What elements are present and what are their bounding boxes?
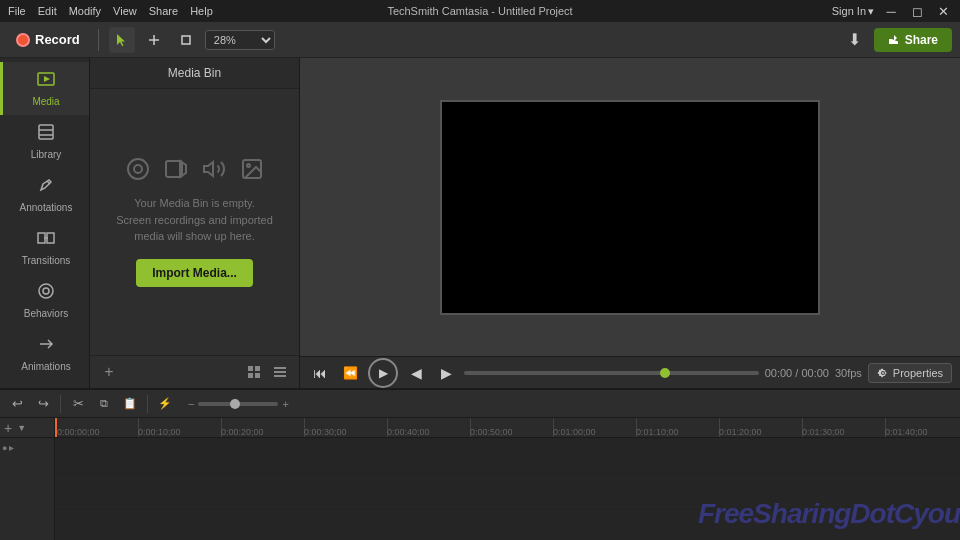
sidebar-label-transitions: Transitions	[22, 255, 71, 266]
svg-point-12	[39, 284, 53, 298]
ruler-tick-9: 0:01:30;00	[802, 427, 845, 437]
undo-button[interactable]: ↩	[6, 393, 28, 415]
properties-button[interactable]: Properties	[868, 363, 952, 383]
sidebar-item-media[interactable]: Media	[0, 62, 89, 115]
split-button[interactable]: ⚡	[154, 393, 176, 415]
minimize-button[interactable]: ─	[882, 2, 900, 20]
select-tool-button[interactable]	[109, 27, 135, 53]
svg-rect-4	[39, 125, 53, 139]
sidebar-item-transitions[interactable]: Transitions	[0, 221, 89, 274]
menu-modify[interactable]: Modify	[69, 5, 101, 17]
svg-marker-3	[44, 76, 50, 82]
watermark: FreeSharingDotCyou	[698, 498, 960, 530]
menu-file[interactable]: File	[8, 5, 26, 17]
behaviors-icon	[37, 282, 55, 304]
zoom-out-icon[interactable]: −	[188, 398, 194, 410]
paste-button[interactable]: 📋	[119, 393, 141, 415]
gear-icon	[877, 367, 889, 379]
svg-rect-25	[274, 371, 286, 373]
svg-rect-23	[255, 373, 260, 378]
main-toolbar: Record 28% 50% 100% ⬇ Share	[0, 22, 960, 58]
add-track-icon[interactable]: +	[4, 420, 12, 436]
main-content: Media Library Annotations Transitions Be…	[0, 58, 960, 388]
tl-divider-2	[147, 395, 148, 413]
lock-icon[interactable]: ▸	[9, 442, 14, 453]
media-type-icons	[126, 157, 264, 181]
menu-edit[interactable]: Edit	[38, 5, 57, 17]
sidebar: Media Library Annotations Transitions Be…	[0, 58, 90, 388]
grid-view-button[interactable]	[243, 361, 265, 383]
canvas-area	[300, 58, 960, 356]
svg-point-19	[247, 164, 250, 167]
step-back-button[interactable]: ⏪	[338, 361, 362, 385]
sidebar-label-behaviors: Behaviors	[24, 308, 68, 319]
menu-view[interactable]: View	[113, 5, 137, 17]
sidebar-item-library[interactable]: Library	[0, 115, 89, 168]
view-toggle-group	[243, 361, 291, 383]
zoom-dropdown[interactable]: 28% 50% 100%	[205, 30, 275, 50]
copy-button[interactable]: ⧉	[93, 393, 115, 415]
sidebar-label-media: Media	[32, 96, 59, 107]
sign-in-button[interactable]: Sign In ▾	[832, 5, 874, 18]
library-icon	[37, 123, 55, 145]
prev-frame-button[interactable]: ◀	[404, 361, 428, 385]
time-display: 00:00 / 00:00	[765, 367, 829, 379]
ruler-tick-8: 0:01:20;00	[719, 427, 762, 437]
svg-rect-21	[255, 366, 260, 371]
svg-point-14	[134, 165, 142, 173]
close-button[interactable]: ✕	[934, 2, 952, 20]
share-button[interactable]: Share	[874, 28, 952, 52]
ruler-tick-10: 0:01:40;00	[885, 427, 928, 437]
zoom-slider[interactable]	[198, 402, 278, 406]
media-panel-footer: +	[90, 355, 299, 388]
annotations-icon	[37, 176, 55, 198]
media-bin-content: Your Media Bin is empty. Screen recordin…	[90, 89, 299, 355]
track-labels: + ▼ ● ▸ Track 1	[0, 418, 55, 540]
preview-area: ⏮ ⏪ ▶ ◀ ▶ 00:00 / 00:00 30fps Properties	[300, 58, 960, 388]
svg-marker-0	[117, 34, 125, 46]
track-header: + ▼	[0, 418, 54, 438]
media-bin-header: Media Bin	[90, 58, 299, 89]
svg-rect-1	[182, 36, 190, 44]
ruler-tick-3: 0:00:30;00	[304, 427, 347, 437]
tl-divider-1	[60, 395, 61, 413]
media-icon	[37, 70, 55, 92]
list-view-button[interactable]	[269, 361, 291, 383]
sidebar-label-annotations: Annotations	[20, 202, 73, 213]
add-media-button[interactable]: +	[98, 361, 120, 383]
skip-back-button[interactable]: ⏮	[308, 361, 332, 385]
restore-button[interactable]: ◻	[908, 2, 926, 20]
preview-canvas	[440, 100, 820, 315]
toolbar-divider	[98, 29, 99, 51]
menu-help[interactable]: Help	[190, 5, 213, 17]
svg-rect-22	[248, 373, 253, 378]
video-file-icon	[164, 157, 188, 181]
svg-rect-9	[47, 233, 54, 243]
cut-button[interactable]: ✂	[67, 393, 89, 415]
svg-rect-26	[274, 375, 286, 377]
svg-marker-17	[204, 162, 213, 176]
title-bar: File Edit Modify View Share Help TechSmi…	[0, 0, 960, 22]
sidebar-item-behaviors[interactable]: Behaviors	[0, 274, 89, 327]
record-button[interactable]: Record	[8, 32, 88, 47]
screen-recording-icon	[126, 157, 150, 181]
sidebar-item-annotations[interactable]: Annotations	[0, 168, 89, 221]
menu-bar: File Edit Modify View Share Help	[8, 5, 213, 17]
record-dot-icon	[16, 33, 30, 47]
play-pause-button[interactable]: ▶	[368, 358, 398, 388]
next-frame-button[interactable]: ▶	[434, 361, 458, 385]
redo-button[interactable]: ↪	[32, 393, 54, 415]
pan-tool-button[interactable]	[141, 27, 167, 53]
sidebar-item-animations[interactable]: Animations	[0, 327, 89, 380]
mute-icon[interactable]: ●	[2, 443, 7, 453]
timeline-ruler[interactable]: 0:00:00;00 0:00:10;00 0:00:20;00 0:00:30…	[55, 418, 960, 438]
crop-tool-button[interactable]	[173, 27, 199, 53]
zoom-in-icon[interactable]: +	[282, 398, 288, 410]
menu-share[interactable]: Share	[149, 5, 178, 17]
import-media-button[interactable]: Import Media...	[136, 259, 253, 287]
image-file-icon	[240, 157, 264, 181]
media-empty-message: Your Media Bin is empty. Screen recordin…	[116, 195, 273, 245]
timeline-scrubber[interactable]	[464, 371, 759, 375]
audio-file-icon	[202, 157, 226, 181]
download-button[interactable]: ⬇	[842, 27, 868, 53]
